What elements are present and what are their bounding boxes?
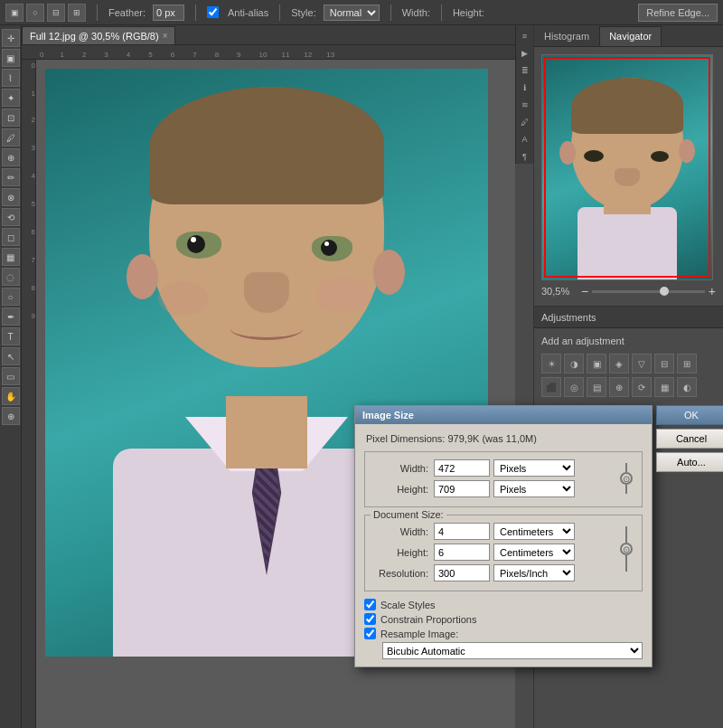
scale-styles-checkbox[interactable]	[364, 599, 376, 610]
document-size-group: Document Size: Width: Centimeters	[364, 515, 643, 591]
adj-color-lookup[interactable]: ⊕	[609, 377, 629, 397]
resample-method-select[interactable]: Bicubic Automatic	[382, 642, 643, 659]
feather-input[interactable]	[153, 5, 184, 21]
nav-slider-thumb[interactable]	[660, 287, 669, 296]
tool-brush[interactable]: ✏	[2, 168, 20, 186]
marquee-rect-tool[interactable]: ▣	[5, 4, 23, 22]
doc-height-unit-select[interactable]: Centimeters	[493, 544, 575, 561]
tool-pen[interactable]: ✒	[2, 307, 20, 326]
adj-posterize[interactable]: ▦	[654, 377, 674, 397]
navigator-preview: 30,5% − +	[534, 47, 723, 306]
ruler-mark-4: 4	[127, 51, 130, 59]
eye-right-pupil	[321, 240, 337, 256]
zoom-in-icon[interactable]: +	[709, 284, 716, 298]
adj-invert[interactable]: ⟳	[632, 377, 652, 397]
adj-photo-filter[interactable]: ◎	[564, 377, 584, 397]
adj-levels[interactable]: ◑	[564, 354, 584, 373]
height-label: Height:	[372, 484, 434, 495]
tool-move[interactable]: ✛	[2, 29, 20, 47]
chain-icon: ⊙	[620, 472, 633, 485]
doc-height-input[interactable]	[434, 544, 490, 561]
marquee-single-row[interactable]: ⊟	[47, 4, 65, 22]
dialog-title: Image Size	[362, 410, 644, 421]
doc-size-inputs: Width: Centimeters Height: Centim	[372, 523, 618, 585]
adj-channel-mixer[interactable]: ▤	[587, 377, 606, 397]
tool-dodge[interactable]: ○	[2, 288, 20, 306]
cheek-highlight-left	[158, 281, 208, 316]
adj-hsl[interactable]: ⊟	[654, 354, 674, 373]
v-ruler-6: 6	[32, 228, 35, 236]
sidebar-icon-5[interactable]: ≋	[518, 98, 532, 112]
tool-history[interactable]: ⟲	[2, 208, 20, 226]
adj-brightness-contrast[interactable]: ☀	[541, 354, 561, 373]
doc-width-label: Width:	[372, 526, 434, 537]
pixel-width-row: Width: Pixels	[372, 459, 618, 477]
pixel-height-input[interactable]	[434, 480, 490, 497]
style-select[interactable]: Normal	[324, 5, 380, 21]
tool-crop[interactable]: ⊡	[2, 109, 20, 127]
adj-bw[interactable]: ⬛	[541, 377, 561, 397]
nav-zoom-slider[interactable]	[592, 290, 705, 293]
canvas-tab[interactable]: Full 12.jpg @ 30,5% (RGB/8) ×	[22, 26, 175, 44]
sidebar-icon-1[interactable]: ≡	[518, 29, 532, 43]
ruler-mark-5: 5	[148, 51, 152, 59]
adjustments-title: Adjustments	[541, 312, 596, 323]
marquee-ellipse-tool[interactable]: ○	[26, 4, 44, 22]
tool-lasso[interactable]: ⌇	[2, 69, 20, 87]
pixel-chain-link: ⊙	[618, 463, 634, 494]
tool-path-select[interactable]: ↖	[2, 347, 20, 365]
zoom-out-icon[interactable]: −	[581, 284, 588, 298]
pixel-width-unit-select[interactable]: Pixels	[493, 459, 575, 477]
tab-navigator[interactable]: Navigator	[599, 26, 662, 46]
tool-healing[interactable]: ⊕	[2, 148, 20, 166]
resolution-input[interactable]	[434, 564, 490, 581]
doc-size-rows: Width: Centimeters Height: Centim	[372, 523, 634, 585]
tool-blur[interactable]: ◌	[2, 268, 20, 286]
adj-threshold[interactable]: ◐	[677, 377, 697, 397]
feather-label: Feather:	[108, 7, 146, 18]
sidebar-icon-4[interactable]: ℹ	[518, 80, 532, 95]
cancel-button[interactable]: Cancel	[656, 429, 723, 449]
ruler-mark-9: 9	[237, 51, 240, 59]
sidebar-icon-6[interactable]: 🖊	[518, 115, 532, 129]
tool-clone[interactable]: ⊗	[2, 188, 20, 206]
adj-color-balance[interactable]: ⊞	[677, 354, 697, 373]
sidebar-icon-8[interactable]: ¶	[518, 149, 532, 164]
adj-exposure[interactable]: ◈	[609, 354, 629, 373]
marquee-single-col[interactable]: ⊞	[68, 4, 86, 22]
auto-button[interactable]: Auto...	[656, 452, 723, 472]
antialias-checkbox[interactable]	[207, 6, 219, 18]
sidebar-icon-2[interactable]: ▶	[518, 46, 532, 61]
resample-image-checkbox[interactable]	[364, 628, 376, 639]
tool-hand[interactable]: ✋	[2, 387, 20, 405]
adj-vibrance[interactable]: ▽	[632, 354, 652, 373]
sidebar-icon-7[interactable]: A	[518, 132, 532, 147]
constrain-proportions-label: Constrain Proportions	[380, 614, 476, 625]
ok-button[interactable]: OK	[656, 405, 723, 425]
sidebar-icon-3[interactable]: ≣	[518, 63, 532, 78]
pixel-dims-value: 979,9K (was 11,0M)	[447, 433, 536, 444]
tool-gradient[interactable]: ▦	[2, 248, 20, 266]
pixel-width-input[interactable]	[434, 459, 490, 477]
adj-curves[interactable]: ▣	[587, 354, 606, 373]
tool-eraser[interactable]: ◻	[2, 228, 20, 246]
separator-2	[195, 5, 196, 21]
tool-type[interactable]: T	[2, 327, 20, 345]
v-ruler-7: 7	[32, 256, 35, 264]
tool-magic-wand[interactable]: ✦	[2, 89, 20, 107]
tab-histogram[interactable]: Histogram	[534, 26, 599, 46]
tool-eyedropper[interactable]: 🖊	[2, 128, 20, 147]
tool-marquee[interactable]: ▣	[2, 49, 20, 67]
doc-width-input[interactable]	[434, 523, 490, 540]
tab-close-button[interactable]: ×	[163, 31, 168, 41]
refine-edge-button[interactable]: Refine Edge...	[638, 4, 718, 22]
dialog-titlebar[interactable]: Image Size	[355, 406, 652, 424]
resolution-unit-select[interactable]: Pixels/Inch	[493, 564, 575, 581]
adjustments-icons-row2: ⬛ ◎ ▤ ⊕ ⟳ ▦ ◐	[541, 377, 716, 397]
doc-width-unit-select[interactable]: Centimeters	[493, 523, 575, 540]
constrain-proportions-checkbox[interactable]	[364, 613, 376, 625]
tool-zoom[interactable]: ⊕	[2, 407, 20, 425]
tool-shape[interactable]: ▭	[2, 367, 20, 385]
pixel-height-unit-select[interactable]: Pixels	[493, 480, 575, 497]
width-label: Width:	[402, 7, 430, 18]
